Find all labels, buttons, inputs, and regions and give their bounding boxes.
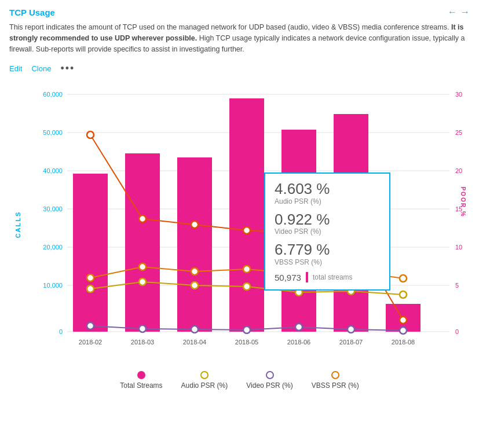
dot-video-mar xyxy=(139,325,146,332)
dot-video-jul xyxy=(348,326,354,333)
dot-or-may xyxy=(243,227,250,234)
clone-button[interactable]: Clone xyxy=(31,64,51,73)
dot-audio-feb xyxy=(87,285,94,292)
tooltip-box: 4.603 % Audio PSR (%) 0.922 % Video PSR … xyxy=(264,172,390,291)
svg-text:30,000: 30,000 xyxy=(43,205,63,212)
dot-video-jun xyxy=(295,324,302,331)
chart-container: CALLS POOR % 60,000 50,000 40,000 30,000… xyxy=(15,83,473,366)
svg-text:5: 5 xyxy=(455,282,459,289)
nav-arrows: ← → xyxy=(448,7,470,17)
svg-text:2018-05: 2018-05 xyxy=(235,339,258,346)
svg-text:20,000: 20,000 xyxy=(43,244,63,251)
more-button[interactable]: ••• xyxy=(60,63,75,75)
dot-video-aug xyxy=(400,327,407,334)
svg-text:10: 10 xyxy=(455,244,462,251)
legend-label-vbss-psr: VBSS PSR (%) xyxy=(312,381,359,390)
y-axis-left-label: CALLS xyxy=(14,211,21,238)
legend-audio-psr: Audio PSR (%) xyxy=(181,371,228,390)
legend-label-video-psr: Video PSR (%) xyxy=(246,381,292,390)
dot-audio-mar xyxy=(139,278,146,285)
bar-mar xyxy=(125,153,160,332)
chart-svg: 60,000 50,000 40,000 30,000 20,000 10,00… xyxy=(32,83,473,361)
dot-video-apr xyxy=(191,326,198,333)
nav-next-arrow[interactable]: → xyxy=(460,7,470,17)
dot-video-may xyxy=(243,326,250,333)
svg-text:2018-04: 2018-04 xyxy=(183,339,206,346)
edit-button[interactable]: Edit xyxy=(9,64,22,73)
tooltip-video-value: 0.922 % xyxy=(275,211,380,228)
svg-text:25: 25 xyxy=(455,129,462,136)
svg-text:60,000: 60,000 xyxy=(43,91,63,98)
legend-label-total-streams: Total Streams xyxy=(120,381,162,390)
bar-apr xyxy=(177,157,212,332)
svg-text:2018-08: 2018-08 xyxy=(392,339,415,346)
svg-text:15: 15 xyxy=(455,205,462,212)
svg-text:20: 20 xyxy=(455,167,462,174)
legend-video-psr: Video PSR (%) xyxy=(246,371,292,390)
svg-text:2018-03: 2018-03 xyxy=(131,339,154,346)
svg-text:0: 0 xyxy=(455,328,459,335)
svg-text:0: 0 xyxy=(59,328,63,335)
tooltip-audio-value: 4.603 % xyxy=(275,181,380,197)
dot-video-feb xyxy=(87,322,94,329)
svg-text:30: 30 xyxy=(455,91,462,98)
legend-icon-audio-psr xyxy=(200,371,209,379)
tooltip-streams-row: 50,973 total streams xyxy=(275,272,380,282)
desc-text1: This report indicates the amount of TCP … xyxy=(9,23,451,31)
legend: Total Streams Audio PSR (%) Video PSR (%… xyxy=(9,371,470,392)
svg-text:2018-06: 2018-06 xyxy=(287,339,310,346)
dot-audio-may xyxy=(243,283,250,290)
legend-icon-total-streams xyxy=(137,371,145,379)
tooltip-streams-bar-icon xyxy=(306,272,308,282)
legend-total-streams: Total Streams xyxy=(120,371,162,390)
svg-text:10,000: 10,000 xyxy=(43,282,63,289)
dot-vbss-feb xyxy=(87,274,94,281)
tooltip-audio-label: Audio PSR (%) xyxy=(275,197,380,205)
dot-audio-aug xyxy=(400,291,407,298)
dot-or-aug xyxy=(400,317,407,324)
bar-feb xyxy=(73,174,108,332)
tooltip-vbss-value: 6.779 % xyxy=(275,241,380,258)
page-title: TCP Usage xyxy=(9,8,55,17)
dot-vbss-aug xyxy=(400,275,407,282)
nav-prev-arrow[interactable]: ← xyxy=(448,7,457,17)
tooltip-streams-label: total streams xyxy=(313,273,353,281)
tooltip-vbss-label: VBSS PSR (%) xyxy=(275,258,380,266)
dot-or-feb xyxy=(87,131,94,138)
svg-text:50,000: 50,000 xyxy=(43,129,63,136)
legend-icon-video-psr xyxy=(266,371,274,379)
dot-or-apr xyxy=(191,221,198,228)
legend-vbss-psr: VBSS PSR (%) xyxy=(312,371,359,390)
svg-text:2018-07: 2018-07 xyxy=(339,339,363,346)
dot-vbss-may xyxy=(243,266,250,273)
page-container: TCP Usage ← → This report indicates the … xyxy=(0,0,479,399)
dot-vbss-apr xyxy=(191,268,198,275)
description: This report indicates the amount of TCP … xyxy=(9,22,470,54)
legend-label-audio-psr: Audio PSR (%) xyxy=(181,381,228,390)
toolbar: Edit Clone ••• xyxy=(9,63,470,75)
dot-or-mar xyxy=(139,215,146,222)
tooltip-streams-value: 50,973 xyxy=(275,273,301,282)
svg-text:2018-02: 2018-02 xyxy=(79,339,102,346)
tooltip-video-label: Video PSR (%) xyxy=(275,227,380,236)
dot-vbss-mar xyxy=(139,263,146,270)
legend-icon-vbss-psr xyxy=(331,371,339,379)
svg-text:40,000: 40,000 xyxy=(43,167,63,174)
bar-may xyxy=(229,98,264,332)
header-row: TCP Usage ← → xyxy=(9,7,470,17)
dot-audio-apr xyxy=(191,282,198,289)
